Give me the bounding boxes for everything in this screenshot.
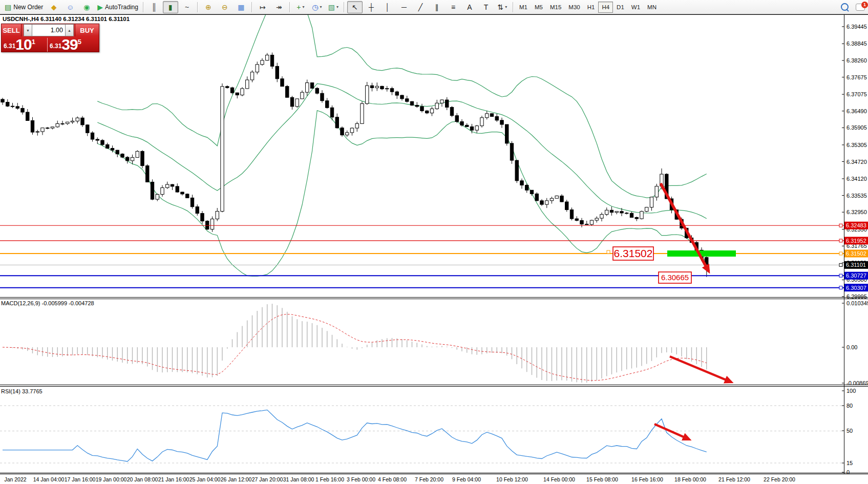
autotrading-button[interactable]: ▶AutoTrading <box>95 1 140 13</box>
line-handle[interactable] <box>839 286 842 289</box>
auto-scroll-icon[interactable]: ↠ <box>271 1 287 13</box>
zoom-out-icon[interactable]: ⊖ <box>217 1 232 13</box>
label-icon[interactable]: T <box>478 1 494 13</box>
timeframe-h1-button[interactable]: H1 <box>584 2 599 13</box>
arrows-icon-dropdown[interactable]: ▾ <box>505 5 507 9</box>
line-handle[interactable] <box>839 274 842 277</box>
date-axis-label[interactable]: 19 Jan 00:00 <box>96 476 127 482</box>
chat-icon[interactable]: 1 <box>856 4 865 11</box>
volume-increase-button[interactable]: ▲ <box>65 24 74 36</box>
line-handle[interactable] <box>839 252 842 255</box>
date-axis-label[interactable]: 27 Jan 20:00 <box>252 476 283 482</box>
search-icon[interactable] <box>841 3 849 11</box>
sell-button[interactable]: SELL <box>2 24 22 36</box>
timeframe-m1-button[interactable]: M1 <box>516 2 531 13</box>
date-axis-label[interactable]: 3 Feb 00:00 <box>347 476 375 482</box>
price-axis-tick: 6.38845 <box>846 40 867 47</box>
tile-windows-icon[interactable]: ▦ <box>234 1 249 13</box>
sell-price[interactable]: 6.31 10 1 <box>2 38 47 52</box>
date-axis-label[interactable]: 15 Feb 08:00 <box>586 476 618 482</box>
date-axis-label[interactable]: 10 Feb 12:00 <box>496 476 528 482</box>
date-axis-label[interactable]: 21 Feb 12:00 <box>718 476 750 482</box>
channel-icon[interactable]: ∥ <box>429 1 444 13</box>
main-toolbar: ▤New Order◆☺◉▶AutoTrading║▮~⊕⊖▦↦↠+▾◷▾▧▾↖… <box>0 0 868 14</box>
price-axis-tick: 6.35905 <box>846 124 867 131</box>
trend-arrow-main[interactable] <box>661 183 709 271</box>
trendline-icon: ╱ <box>418 4 422 11</box>
new-chart-icon-dropdown[interactable]: ▾ <box>303 5 305 9</box>
price-axis-tick: 6.39445 <box>846 24 867 30</box>
date-axis-label[interactable]: 16 Feb 16:00 <box>631 476 663 482</box>
chart-canvas[interactable]: 6.315026.306656.394456.388456.382606.376… <box>0 14 868 484</box>
date-axis-label[interactable]: 22 Feb 20:00 <box>764 476 795 482</box>
bar-chart-icon[interactable]: ║ <box>146 1 162 13</box>
toolbar-separator <box>289 2 290 12</box>
periods-icon: ◷ <box>312 4 318 11</box>
line-handle[interactable] <box>607 250 610 254</box>
date-axis-label[interactable]: 20 Jan 08:00 <box>127 476 158 482</box>
date-axis-label[interactable]: 31 Jan 08:00 <box>283 476 314 482</box>
expert-advisor-icon: ☺ <box>67 4 74 11</box>
zoom-in-icon[interactable]: ⊕ <box>201 1 216 13</box>
fibonacci-icon[interactable]: ≡ <box>446 1 461 13</box>
date-axis-label[interactable]: 26 Jan 12:00 <box>221 476 252 482</box>
date-axis-label[interactable]: 21 Jan 16:00 <box>158 476 189 482</box>
buy-price-major: 6.31 <box>50 43 61 51</box>
timeframe-m5-button[interactable]: M5 <box>531 2 546 13</box>
templates-icon-dropdown[interactable]: ▾ <box>336 5 338 9</box>
date-axis-label[interactable]: 14 Feb 00:00 <box>543 476 575 482</box>
timeframe-h4-button[interactable]: H4 <box>598 2 613 13</box>
trend-arrow-macd[interactable] <box>670 356 731 382</box>
crosshair-icon: ┼ <box>369 4 374 11</box>
expert-advisor-icon[interactable]: ☺ <box>62 1 78 13</box>
line-handle[interactable] <box>839 239 842 242</box>
date-axis-label[interactable]: 18 Feb 00:00 <box>674 476 706 482</box>
cursor-icon[interactable]: ↖ <box>347 1 363 13</box>
candlestick-chart-icon[interactable]: ▮ <box>163 1 178 13</box>
volume-input[interactable] <box>32 24 65 36</box>
line-handle[interactable] <box>839 263 842 266</box>
price-axis-label-text: 6.31101 <box>846 262 866 268</box>
templates-icon[interactable]: ▧▾ <box>326 1 341 13</box>
timeframe-mn-button[interactable]: MN <box>644 2 660 13</box>
vertical-line-icon[interactable]: │ <box>380 1 395 13</box>
date-axis-label[interactable]: 14 Jan 04:00 <box>33 476 65 482</box>
buy-price-pips: 39 <box>61 38 77 51</box>
price-axis-tick: 6.34720 <box>846 159 867 165</box>
timeframe-w1-button[interactable]: W1 <box>628 2 644 13</box>
date-axis-label[interactable]: 25 Jan 04:00 <box>189 476 221 482</box>
fibonacci-icon: ≡ <box>451 4 455 11</box>
line-chart-icon: ~ <box>185 4 189 11</box>
text-icon[interactable]: A <box>462 1 477 13</box>
toolbar-separator <box>143 2 144 12</box>
macd-histogram <box>3 304 707 383</box>
line-handle[interactable] <box>839 224 842 227</box>
date-axis-label[interactable]: 17 Jan 16:00 <box>65 476 96 482</box>
crosshair-icon[interactable]: ┼ <box>364 1 379 13</box>
date-axis-label[interactable]: Jan 2022 <box>4 476 26 482</box>
price-axis-tick: 6.38260 <box>846 57 867 64</box>
toolbar-right-group: 1 <box>841 3 865 11</box>
periods-icon-dropdown[interactable]: ▾ <box>320 5 322 9</box>
shift-chart-icon[interactable]: ↦ <box>255 1 270 13</box>
date-axis-label[interactable]: 9 Feb 04:00 <box>452 476 481 482</box>
new-order-button[interactable]: ▤New Order <box>3 1 45 13</box>
macd-axis-tick: 0.00 <box>846 344 857 350</box>
volume-decrease-button[interactable]: ▼ <box>24 24 32 36</box>
arrows-icon[interactable]: ⇅▾ <box>495 1 510 13</box>
trendline-icon[interactable]: ╱ <box>413 1 428 13</box>
date-axis-label[interactable]: 4 Feb 08:00 <box>378 476 407 482</box>
periods-icon[interactable]: ◷▾ <box>309 1 325 13</box>
date-axis-label[interactable]: 1 Feb 16:00 <box>315 476 344 482</box>
timeframe-m15-button[interactable]: M15 <box>546 2 565 13</box>
buy-price[interactable]: 6.31 39 5 <box>47 38 93 52</box>
horizontal-line-icon[interactable]: ─ <box>396 1 412 13</box>
line-chart-icon[interactable]: ~ <box>179 1 195 13</box>
timeframe-d1-button[interactable]: D1 <box>613 2 628 13</box>
signals-icon[interactable]: ◉ <box>79 1 94 13</box>
buy-button[interactable]: BUY <box>75 24 99 36</box>
new-chart-icon[interactable]: +▾ <box>293 1 308 13</box>
timeframe-m30-button[interactable]: M30 <box>565 2 583 13</box>
date-axis-label[interactable]: 7 Feb 20:00 <box>415 476 443 482</box>
history-center-icon[interactable]: ◆ <box>46 1 61 13</box>
